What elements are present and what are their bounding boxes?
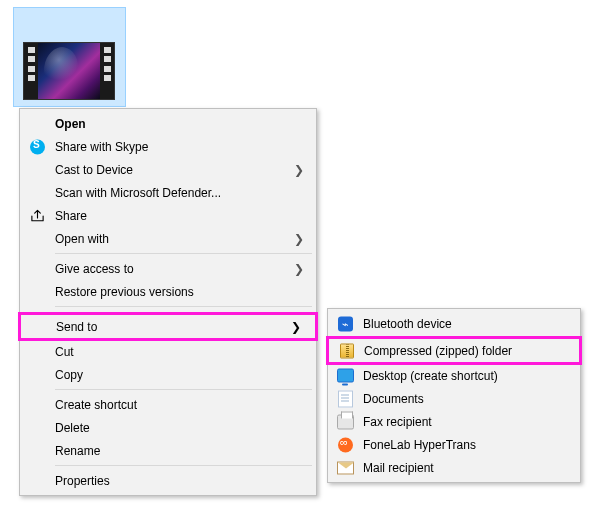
menu-label: Documents xyxy=(363,392,548,406)
menu-label: Share with Skype xyxy=(55,140,284,154)
menu-item-give-access-to[interactable]: Give access to ❯ xyxy=(22,257,314,280)
fax-icon xyxy=(337,413,354,430)
menu-label: Share xyxy=(55,209,284,223)
skype-icon xyxy=(29,138,46,155)
chevron-right-icon: ❯ xyxy=(291,320,301,334)
submenu-item-documents[interactable]: Documents xyxy=(330,387,578,410)
menu-label: Mail recipient xyxy=(363,461,548,475)
menu-separator xyxy=(55,389,312,390)
zipped-folder-icon xyxy=(338,342,355,359)
submenu-item-fax-recipient[interactable]: Fax recipient xyxy=(330,410,578,433)
submenu-item-mail-recipient[interactable]: Mail recipient xyxy=(330,456,578,479)
menu-item-cast-to-device[interactable]: Cast to Device ❯ xyxy=(22,158,314,181)
menu-item-open-with[interactable]: Open with ❯ xyxy=(22,227,314,250)
context-menu-send-to: ⌁ Bluetooth device Compressed (zipped) f… xyxy=(327,308,581,483)
menu-item-copy[interactable]: Copy xyxy=(22,363,314,386)
chevron-right-icon: ❯ xyxy=(294,163,304,177)
submenu-item-desktop-shortcut[interactable]: Desktop (create shortcut) xyxy=(330,364,578,387)
share-icon xyxy=(29,207,46,224)
menu-item-cut[interactable]: Cut xyxy=(22,340,314,363)
menu-label: Desktop (create shortcut) xyxy=(363,369,548,383)
menu-label: Restore previous versions xyxy=(55,285,284,299)
menu-label: Cast to Device xyxy=(55,163,284,177)
film-strip-icon xyxy=(24,43,38,99)
fonelab-icon xyxy=(337,436,354,453)
menu-label: Compressed (zipped) folder xyxy=(364,344,512,358)
menu-separator xyxy=(55,465,312,466)
menu-label: Give access to xyxy=(55,262,284,276)
menu-item-send-to[interactable]: Send to ❯ xyxy=(18,312,318,341)
video-frame-preview xyxy=(38,43,100,99)
menu-item-share-skype[interactable]: Share with Skype xyxy=(22,135,314,158)
menu-item-delete[interactable]: Delete xyxy=(22,416,314,439)
chevron-right-icon: ❯ xyxy=(294,262,304,276)
menu-item-scan-defender[interactable]: Scan with Microsoft Defender... xyxy=(22,181,314,204)
menu-label: Open xyxy=(55,117,284,131)
submenu-item-compressed-zipped-folder[interactable]: Compressed (zipped) folder xyxy=(326,336,582,365)
menu-label: Copy xyxy=(55,368,284,382)
video-file-thumbnail[interactable] xyxy=(23,42,115,100)
submenu-item-bluetooth-device[interactable]: ⌁ Bluetooth device xyxy=(330,312,578,335)
mail-icon xyxy=(337,459,354,476)
menu-label: Properties xyxy=(55,474,284,488)
documents-icon xyxy=(337,390,354,407)
menu-item-open[interactable]: Open xyxy=(22,112,314,135)
chevron-right-icon: ❯ xyxy=(294,232,304,246)
menu-label: Scan with Microsoft Defender... xyxy=(55,186,284,200)
context-menu-main: Open Share with Skype Cast to Device ❯ S… xyxy=(19,108,317,496)
menu-label: Bluetooth device xyxy=(363,317,548,331)
menu-label: Create shortcut xyxy=(55,398,284,412)
menu-item-properties[interactable]: Properties xyxy=(22,469,314,492)
menu-label: Delete xyxy=(55,421,284,435)
menu-separator xyxy=(55,253,312,254)
menu-item-restore-previous-versions[interactable]: Restore previous versions xyxy=(22,280,314,303)
menu-label: Open with xyxy=(55,232,284,246)
menu-item-share[interactable]: Share xyxy=(22,204,314,227)
bluetooth-icon: ⌁ xyxy=(337,315,354,332)
menu-label: Send to xyxy=(56,320,97,334)
menu-label: Cut xyxy=(55,345,284,359)
menu-label: FoneLab HyperTrans xyxy=(363,438,548,452)
film-strip-icon xyxy=(100,43,114,99)
menu-label: Fax recipient xyxy=(363,415,548,429)
desktop-icon xyxy=(337,367,354,384)
menu-item-create-shortcut[interactable]: Create shortcut xyxy=(22,393,314,416)
menu-item-rename[interactable]: Rename xyxy=(22,439,314,462)
menu-label: Rename xyxy=(55,444,284,458)
menu-separator xyxy=(55,306,312,307)
submenu-item-fonelab-hypertrans[interactable]: FoneLab HyperTrans xyxy=(330,433,578,456)
